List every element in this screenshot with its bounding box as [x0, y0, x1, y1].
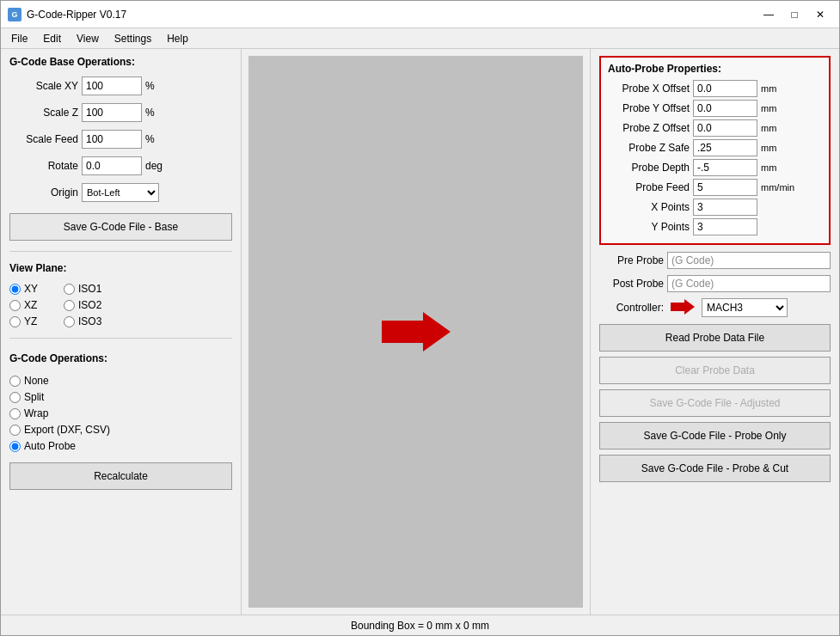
- radio-split: Split: [9, 391, 232, 403]
- radio-none-input[interactable]: [9, 376, 21, 387]
- main-window: G G-Code-Ripper V0.17 — □ ✕ File Edit Vi…: [0, 0, 840, 636]
- scale-xy-input[interactable]: [82, 76, 142, 95]
- scale-z-label: Scale Z: [9, 107, 78, 119]
- scale-feed-unit: %: [145, 133, 171, 145]
- radio-iso2-input[interactable]: [64, 300, 75, 311]
- radio-xy-label: XY: [24, 283, 38, 295]
- radio-iso1-input[interactable]: [64, 284, 75, 295]
- menu-bar: File Edit View Settings Help: [1, 28, 839, 49]
- probe-field-input-2[interactable]: [693, 119, 757, 137]
- radio-export: Export (DXF, CSV): [9, 424, 232, 436]
- controller-select[interactable]: MACH3 GRBL LinuxCNC: [702, 298, 788, 317]
- probe-field-unit-4: mm: [761, 162, 800, 173]
- save-probe-only-button[interactable]: Save G-Code File - Probe Only: [599, 422, 831, 449]
- probe-field-input-4[interactable]: [693, 159, 757, 176]
- probe-field-input-0[interactable]: [693, 80, 757, 97]
- bounding-box-text: Bounding Box = 0 mm x 0 mm: [351, 620, 489, 632]
- post-probe-input[interactable]: [667, 275, 831, 292]
- radio-export-input[interactable]: [9, 425, 21, 436]
- radio-split-input[interactable]: [9, 392, 21, 403]
- radio-yz-input[interactable]: [9, 316, 21, 327]
- probe-props-title: Auto-Probe Properties:: [608, 63, 822, 75]
- radio-iso3: ISO3: [64, 315, 101, 327]
- radio-iso1-label: ISO1: [78, 283, 101, 295]
- save-adjusted-button[interactable]: Save G-Code File - Adjusted: [599, 389, 831, 417]
- radio-autoprobe: Auto Probe: [9, 440, 232, 452]
- scale-z-input[interactable]: [82, 103, 142, 122]
- recalculate-button[interactable]: Recalculate: [9, 462, 232, 490]
- menu-view[interactable]: View: [70, 31, 106, 46]
- title-bar: G G-Code-Ripper V0.17 — □ ✕: [1, 1, 839, 28]
- controller-arrow-icon: [671, 299, 695, 317]
- controller-row: Controller: MACH3 GRBL LinuxCNC: [599, 298, 831, 317]
- radio-iso3-input[interactable]: [64, 316, 75, 327]
- radio-wrap-label: Wrap: [24, 407, 48, 419]
- read-probe-data-button[interactable]: Read Probe Data File: [599, 324, 831, 352]
- probe-field-label-6: X Points: [608, 201, 690, 213]
- rotate-unit: deg: [145, 160, 171, 172]
- scale-xy-label: Scale XY: [9, 80, 78, 92]
- clear-probe-data-button[interactable]: Clear Probe Data: [599, 357, 831, 384]
- radio-iso2: ISO2: [64, 299, 101, 311]
- content-area: G-Code Base Operations: Scale XY % Scale…: [1, 49, 839, 615]
- scale-xy-row: Scale XY %: [9, 76, 232, 95]
- menu-edit[interactable]: Edit: [36, 31, 68, 46]
- probe-field-row-4: Probe Depthmm: [608, 159, 822, 176]
- rotate-input[interactable]: [82, 156, 142, 175]
- probe-field-unit-3: mm: [761, 143, 800, 153]
- radio-iso3-label: ISO3: [78, 315, 101, 327]
- radio-autoprobe-label: Auto Probe: [24, 440, 76, 452]
- view-plane-title: View Plane:: [9, 262, 232, 274]
- pre-probe-input[interactable]: [667, 252, 831, 269]
- probe-field-input-7[interactable]: [693, 218, 757, 235]
- radio-iso1: ISO1: [64, 283, 101, 295]
- rotate-label: Rotate: [9, 160, 78, 172]
- probe-field-input-3[interactable]: [693, 139, 757, 156]
- probe-field-row-6: X Points: [608, 199, 822, 216]
- probe-field-unit-1: mm: [761, 103, 800, 113]
- radio-xz-input[interactable]: [9, 300, 21, 311]
- probe-field-label-4: Probe Depth: [608, 162, 690, 174]
- probe-field-label-0: Probe X Offset: [608, 83, 690, 95]
- radio-autoprobe-input[interactable]: [9, 441, 21, 452]
- probe-field-input-5[interactable]: [693, 179, 757, 196]
- app-icon: G: [8, 8, 21, 21]
- window-title: G-Code-Ripper V0.17: [27, 9, 126, 21]
- probe-field-label-7: Y Points: [608, 221, 690, 233]
- radio-xy: XY: [9, 283, 38, 295]
- arrow-right-icon: [382, 310, 451, 353]
- probe-field-label-2: Probe Z Offset: [608, 122, 690, 134]
- save-gcode-base-button[interactable]: Save G-Code File - Base: [9, 213, 232, 241]
- post-probe-row: Post Probe: [599, 275, 831, 292]
- left-panel: G-Code Base Operations: Scale XY % Scale…: [1, 49, 242, 615]
- probe-field-input-1[interactable]: [693, 100, 757, 117]
- minimize-button[interactable]: —: [757, 6, 781, 23]
- probe-field-input-6[interactable]: [693, 199, 757, 216]
- probe-field-unit-0: mm: [761, 83, 800, 94]
- probe-field-unit-2: mm: [761, 123, 800, 133]
- probe-field-row-5: Probe Feedmm/min: [608, 179, 822, 196]
- scale-feed-input[interactable]: [82, 130, 142, 149]
- close-button[interactable]: ✕: [808, 6, 832, 23]
- divider-2: [9, 338, 232, 339]
- radio-xy-input[interactable]: [9, 284, 21, 295]
- origin-label: Origin: [9, 187, 78, 199]
- maximize-button[interactable]: □: [782, 6, 806, 23]
- menu-settings[interactable]: Settings: [107, 31, 158, 46]
- post-probe-label: Post Probe: [599, 278, 664, 290]
- probe-field-label-5: Probe Feed: [608, 181, 690, 193]
- center-panel: [242, 49, 590, 615]
- radio-wrap: Wrap: [9, 407, 232, 419]
- radio-wrap-input[interactable]: [9, 408, 21, 419]
- radio-export-label: Export (DXF, CSV): [24, 424, 110, 436]
- radio-yz-label: YZ: [24, 315, 37, 327]
- menu-file[interactable]: File: [4, 31, 34, 46]
- probe-fields: Probe X OffsetmmProbe Y OffsetmmProbe Z …: [608, 80, 822, 235]
- svg-marker-1: [671, 299, 695, 315]
- save-probe-cut-button[interactable]: Save G-Code File - Probe & Cut: [599, 455, 831, 482]
- probe-field-row-2: Probe Z Offsetmm: [608, 119, 822, 137]
- origin-select[interactable]: Bot-Left Top-Left Center: [82, 183, 159, 202]
- scale-feed-label: Scale Feed: [9, 133, 78, 145]
- menu-help[interactable]: Help: [160, 31, 195, 46]
- title-bar-left: G G-Code-Ripper V0.17: [8, 8, 126, 21]
